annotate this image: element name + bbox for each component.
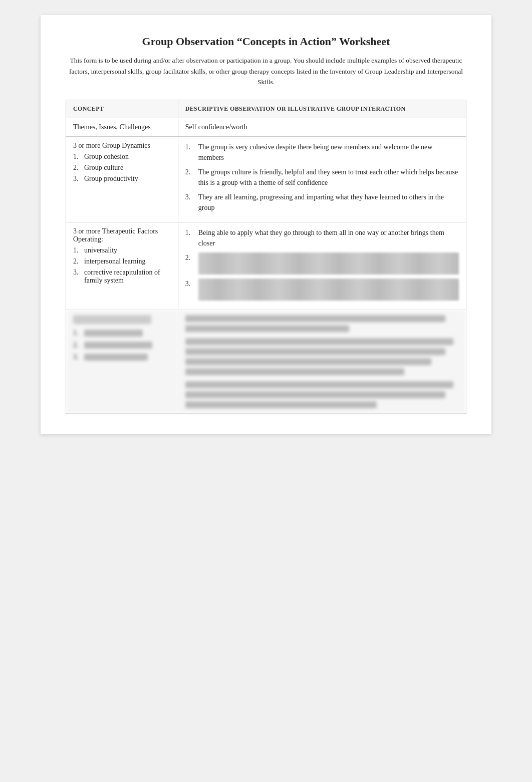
- main-table: CONCEPT DESCRIPTIVE OBSERVATION OR ILLUS…: [66, 100, 466, 414]
- blurred-concept-cell: 1. 2. 3.: [66, 310, 178, 413]
- item-text: The group is very cohesive despite there…: [198, 142, 459, 163]
- item-text: interpersonal learning: [84, 257, 145, 266]
- list-item: 1. universality: [73, 246, 171, 254]
- item-num: 1.: [185, 227, 198, 238]
- item-text: Being able to apply what they go through…: [198, 227, 459, 248]
- item-text: Group culture: [84, 164, 123, 172]
- item-num: 2.: [73, 257, 84, 266]
- list-item: 3. Group productivity: [73, 175, 171, 183]
- page-container: Group Observation “Concepts in Action” W…: [41, 15, 491, 434]
- item-num: 3.: [185, 279, 198, 289]
- themes-observation-value: Self confidence/worth: [185, 123, 247, 131]
- list-item: 1. Being able to apply what they go thro…: [185, 227, 459, 248]
- item-num: 3.: [73, 269, 84, 277]
- item-text: universality: [84, 246, 117, 254]
- page-subtitle: This form is to be used during and/or af…: [66, 55, 466, 88]
- list-item: 2. interpersonal learning: [73, 257, 171, 266]
- themes-observation-cell: Self confidence/worth: [178, 118, 466, 136]
- list-item: 2. The groups culture is friendly, helpf…: [185, 167, 459, 188]
- item-text: corrective recapitulation of family syst…: [84, 269, 171, 285]
- group-dynamics-observation-list: 1. The group is very cohesive despite th…: [185, 142, 459, 213]
- item-text: They are all learning, progressing and i…: [198, 192, 459, 213]
- table-row-therapeutic: 3 or more Therapeutic Factors Operating:…: [66, 222, 466, 310]
- therapeutic-title: 3 or more Therapeutic Factors Operating:: [73, 227, 171, 243]
- list-item: 3. They are all learning, progressing an…: [185, 192, 459, 213]
- table-row-group-dynamics: 3 or more Group Dynamics 1. Group cohesi…: [66, 136, 466, 222]
- group-dynamics-title: 3 or more Group Dynamics: [73, 142, 171, 150]
- table-row-blurred: 1. 2. 3.: [66, 310, 466, 413]
- therapeutic-concept-list: 1. universality 2. interpersonal learnin…: [73, 246, 171, 285]
- header-observation: DESCRIPTIVE OBSERVATION OR ILLUSTRATIVE …: [178, 100, 466, 118]
- table-row-themes: Themes, Issues, Challenges Self confiden…: [66, 118, 466, 136]
- item-num: 2.: [185, 167, 198, 177]
- list-item: 2.: [185, 252, 459, 275]
- themes-concept-label: Themes, Issues, Challenges: [73, 123, 151, 131]
- group-dynamics-concept-cell: 3 or more Group Dynamics 1. Group cohesi…: [66, 136, 178, 222]
- group-dynamics-concept-list: 1. Group cohesion 2. Group culture 3. Gr…: [73, 153, 171, 183]
- table-header-row: CONCEPT DESCRIPTIVE OBSERVATION OR ILLUS…: [66, 100, 466, 118]
- item-text: Group cohesion: [84, 153, 129, 161]
- header-concept: CONCEPT: [66, 100, 178, 118]
- item-text: The groups culture is friendly, helpful …: [198, 167, 459, 188]
- item-text-blurred: [198, 279, 459, 301]
- therapeutic-concept-cell: 3 or more Therapeutic Factors Operating:…: [66, 222, 178, 310]
- item-num: 2.: [185, 252, 198, 263]
- list-item: 1. Group cohesion: [73, 153, 171, 161]
- item-num: 1.: [185, 142, 198, 152]
- therapeutic-observation-list: 1. Being able to apply what they go thro…: [185, 227, 459, 301]
- group-dynamics-observation-cell: 1. The group is very cohesive despite th…: [178, 136, 466, 222]
- item-num: 3.: [185, 192, 198, 202]
- item-num: 1.: [73, 246, 84, 254]
- page-title: Group Observation “Concepts in Action” W…: [66, 35, 466, 48]
- themes-concept-cell: Themes, Issues, Challenges: [66, 118, 178, 136]
- list-item: 3. corrective recapitulation of family s…: [73, 269, 171, 285]
- item-num: 2.: [73, 164, 84, 172]
- item-text: Group productivity: [84, 175, 138, 183]
- item-num: 1.: [73, 153, 84, 161]
- list-item: 3.: [185, 279, 459, 301]
- item-text-blurred: [198, 252, 459, 275]
- blurred-observation-cell: [178, 310, 466, 413]
- item-num: 3.: [73, 175, 84, 183]
- list-item: 1. The group is very cohesive despite th…: [185, 142, 459, 163]
- list-item: 2. Group culture: [73, 164, 171, 172]
- therapeutic-observation-cell: 1. Being able to apply what they go thro…: [178, 222, 466, 310]
